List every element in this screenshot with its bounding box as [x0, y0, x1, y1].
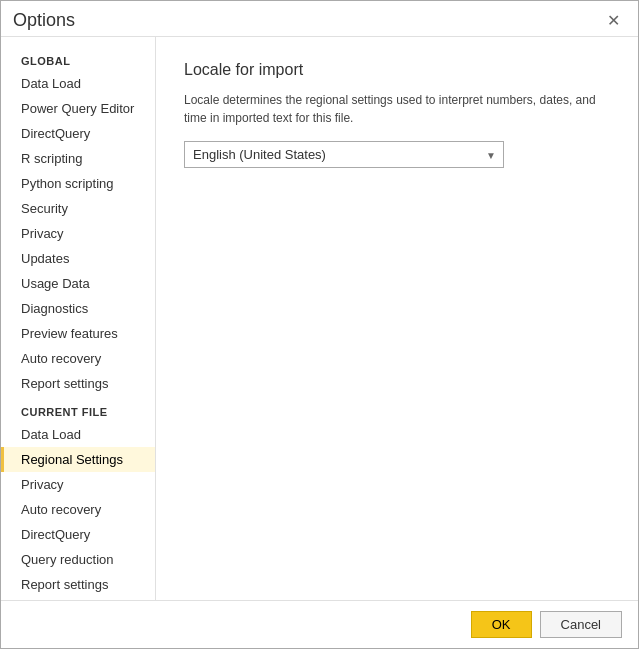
- sidebar-item-power-query-editor[interactable]: Power Query Editor: [1, 96, 155, 121]
- section-description: Locale determines the regional settings …: [184, 91, 610, 127]
- sidebar-item-cf-regional-settings[interactable]: Regional Settings: [1, 447, 155, 472]
- sidebar-item-cf-auto-recovery[interactable]: Auto recovery: [1, 497, 155, 522]
- sidebar-item-python-scripting[interactable]: Python scripting: [1, 171, 155, 196]
- sidebar-item-report-settings[interactable]: Report settings: [1, 371, 155, 396]
- current-file-items-list: Data LoadRegional SettingsPrivacyAuto re…: [1, 422, 155, 597]
- sidebar-item-security[interactable]: Security: [1, 196, 155, 221]
- dialog-body: GLOBAL Data LoadPower Query EditorDirect…: [1, 36, 638, 600]
- close-button[interactable]: ✕: [601, 9, 626, 32]
- global-section-label: GLOBAL: [1, 45, 155, 71]
- sidebar-item-auto-recovery[interactable]: Auto recovery: [1, 346, 155, 371]
- dialog-footer: OK Cancel: [1, 600, 638, 648]
- cancel-button[interactable]: Cancel: [540, 611, 622, 638]
- sidebar-item-usage-data[interactable]: Usage Data: [1, 271, 155, 296]
- options-dialog: Options ✕ GLOBAL Data LoadPower Query Ed…: [0, 0, 639, 649]
- dialog-title: Options: [13, 10, 75, 31]
- sidebar-item-privacy[interactable]: Privacy: [1, 221, 155, 246]
- current-file-section-label: CURRENT FILE: [1, 396, 155, 422]
- global-items-list: Data LoadPower Query EditorDirectQueryR …: [1, 71, 155, 396]
- sidebar-item-cf-report-settings[interactable]: Report settings: [1, 572, 155, 597]
- sidebar-item-updates[interactable]: Updates: [1, 246, 155, 271]
- main-content: Locale for import Locale determines the …: [156, 37, 638, 600]
- sidebar: GLOBAL Data LoadPower Query EditorDirect…: [1, 37, 156, 600]
- sidebar-item-cf-privacy[interactable]: Privacy: [1, 472, 155, 497]
- sidebar-item-r-scripting[interactable]: R scripting: [1, 146, 155, 171]
- locale-select-wrapper: English (United States)English (United K…: [184, 141, 504, 168]
- sidebar-item-cf-data-load[interactable]: Data Load: [1, 422, 155, 447]
- section-title: Locale for import: [184, 61, 610, 79]
- ok-button[interactable]: OK: [471, 611, 532, 638]
- sidebar-item-diagnostics[interactable]: Diagnostics: [1, 296, 155, 321]
- sidebar-item-data-load[interactable]: Data Load: [1, 71, 155, 96]
- sidebar-item-direct-query[interactable]: DirectQuery: [1, 121, 155, 146]
- title-bar: Options ✕: [1, 1, 638, 36]
- sidebar-item-preview-features[interactable]: Preview features: [1, 321, 155, 346]
- sidebar-item-cf-direct-query[interactable]: DirectQuery: [1, 522, 155, 547]
- locale-select[interactable]: English (United States)English (United K…: [184, 141, 504, 168]
- sidebar-item-cf-query-reduction[interactable]: Query reduction: [1, 547, 155, 572]
